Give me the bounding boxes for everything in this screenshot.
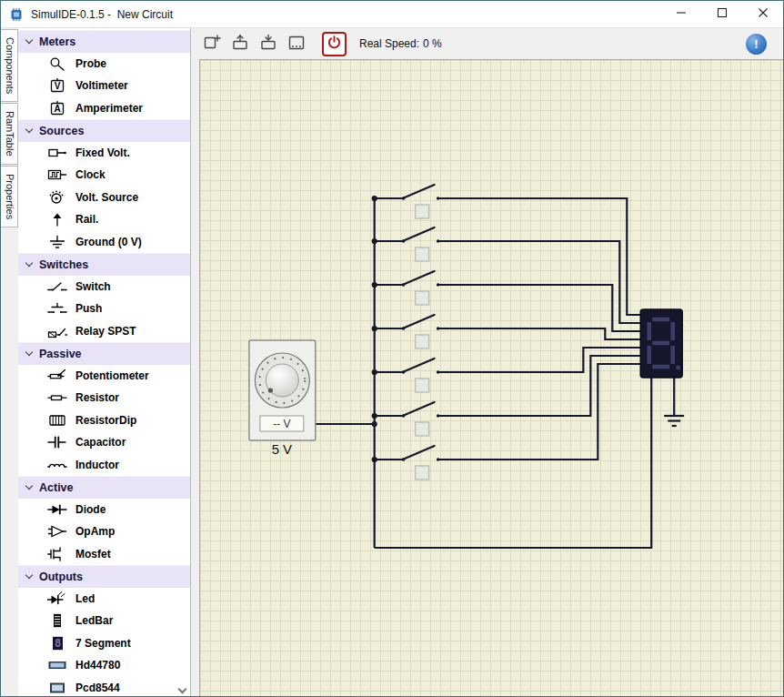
component-label: Mosfet bbox=[75, 548, 111, 561]
component-label: Ground (0 V) bbox=[75, 236, 142, 248]
component-item-potentiometer[interactable]: Potentiometer bbox=[18, 365, 190, 388]
svg-text:A: A bbox=[54, 104, 60, 114]
component-item-push[interactable]: Push bbox=[18, 298, 190, 320]
pcd8544-icon bbox=[47, 681, 67, 695]
component-item-amperimeter[interactable]: AAmperimeter bbox=[18, 97, 190, 120]
component-label: Switch bbox=[75, 280, 111, 293]
component-label: Voltimeter bbox=[75, 79, 128, 92]
rail-icon bbox=[47, 212, 67, 227]
component-label: Amperimeter bbox=[75, 102, 143, 115]
mosfet-icon bbox=[47, 547, 67, 561]
section-label: Sources bbox=[39, 125, 84, 137]
section-header-passive[interactable]: Passive bbox=[18, 342, 190, 365]
component-label: Pcd8544 bbox=[75, 682, 120, 694]
switch-5[interactable] bbox=[375, 348, 641, 392]
component-item-7-segment[interactable]: 87 Segment bbox=[18, 632, 190, 655]
segment-dot bbox=[676, 366, 680, 370]
open-circuit-button[interactable] bbox=[228, 32, 252, 56]
save-image-button[interactable] bbox=[285, 32, 308, 56]
component-item-led[interactable]: Led bbox=[18, 588, 190, 611]
window-title: SimulIDE-0.1.5 - New Circuit bbox=[31, 8, 173, 21]
component-item-opamp[interactable]: OpAmp bbox=[18, 520, 190, 543]
switch-2[interactable] bbox=[375, 227, 641, 323]
relay-spst-icon bbox=[47, 324, 67, 338]
component-label: Led bbox=[75, 592, 95, 605]
component-item-fixed-volt[interactable]: Fixed Volt. bbox=[18, 142, 190, 165]
potentiometer-icon bbox=[47, 369, 67, 383]
component-item-voltimeter[interactable]: VVoltimeter bbox=[18, 75, 190, 97]
resistor-icon bbox=[47, 390, 67, 405]
component-label: Hd44780 bbox=[75, 659, 120, 672]
voltage-source-label: 5 V bbox=[272, 441, 292, 457]
switch-toggle[interactable] bbox=[416, 379, 429, 392]
real-speed-label: Real Speed: bbox=[359, 37, 419, 50]
close-button[interactable] bbox=[742, 1, 783, 27]
maximize-button[interactable] bbox=[701, 1, 742, 27]
save-circuit-icon bbox=[259, 34, 277, 55]
switch-4[interactable] bbox=[375, 315, 641, 348]
tab-properties[interactable]: Properties bbox=[1, 166, 18, 227]
component-item-mosfet[interactable]: Mosfet bbox=[18, 543, 190, 566]
minimize-icon bbox=[676, 7, 687, 21]
component-item-clock[interactable]: Clock bbox=[18, 164, 190, 187]
component-label: Clock bbox=[75, 168, 106, 181]
switch-1[interactable] bbox=[375, 185, 641, 315]
component-item-resistordip[interactable]: ResistorDip bbox=[18, 409, 190, 432]
switch-7[interactable] bbox=[375, 364, 641, 480]
switch-toggle[interactable] bbox=[416, 466, 429, 480]
switch-icon bbox=[47, 279, 67, 294]
component-item-diode[interactable]: Diode bbox=[18, 499, 190, 521]
component-item-resistor[interactable]: Resistor bbox=[18, 387, 190, 409]
section-label: Active bbox=[39, 481, 74, 494]
component-item-inductor[interactable]: Inductor bbox=[18, 454, 190, 477]
section-header-active[interactable]: Active bbox=[18, 476, 190, 499]
switch-toggle[interactable] bbox=[416, 422, 429, 436]
ground-symbol[interactable] bbox=[664, 416, 684, 426]
save-circuit-button[interactable] bbox=[256, 32, 280, 56]
side-tab-strip: ComponentsRamTableProperties bbox=[1, 28, 18, 696]
component-label: Potentiometer bbox=[75, 369, 149, 382]
component-item-hd44780[interactable]: Hd44780 bbox=[18, 654, 190, 677]
switch-toggle[interactable] bbox=[416, 247, 429, 261]
minimize-button[interactable] bbox=[660, 1, 701, 27]
component-item-relay-spst[interactable]: Relay SPST bbox=[18, 320, 190, 343]
power-button[interactable] bbox=[322, 32, 347, 56]
component-item-volt-source[interactable]: Volt. Source bbox=[18, 187, 190, 209]
chevron-down-icon bbox=[25, 482, 33, 490]
component-item-switch[interactable]: Switch bbox=[18, 276, 190, 298]
component-label: Volt. Source bbox=[75, 191, 138, 204]
seven-segment-display[interactable] bbox=[640, 309, 682, 378]
voltage-source[interactable]: -- V 5 V bbox=[249, 340, 316, 457]
switch-toggle[interactable] bbox=[416, 291, 429, 305]
section-header-outputs[interactable]: Outputs bbox=[18, 565, 190, 588]
svg-text:V: V bbox=[55, 81, 61, 91]
component-sidebar: MetersProbeVVoltimeterAAmperimeterSource… bbox=[18, 28, 191, 696]
new-circuit-button[interactable] bbox=[200, 32, 224, 56]
real-speed-readout: Real Speed: 0 % bbox=[359, 37, 442, 50]
wire-common bbox=[375, 378, 652, 548]
component-item-pcd8544[interactable]: Pcd8544 bbox=[18, 677, 190, 697]
section-header-sources[interactable]: Sources bbox=[18, 119, 190, 142]
tab-ramtable[interactable]: RamTable bbox=[1, 103, 18, 165]
circuit-canvas[interactable]: -- V 5 V bbox=[199, 59, 783, 696]
switch-3[interactable] bbox=[375, 271, 641, 331]
component-label: OpAmp bbox=[75, 525, 115, 538]
ground-icon bbox=[47, 235, 67, 249]
power-icon bbox=[327, 35, 342, 53]
section-header-switches[interactable]: Switches bbox=[18, 253, 190, 276]
component-item-probe[interactable]: Probe bbox=[18, 53, 190, 76]
knob-indicator bbox=[268, 388, 273, 392]
component-item-ledbar[interactable]: LedBar bbox=[18, 610, 190, 632]
component-item-ground-0-v[interactable]: Ground (0 V) bbox=[18, 231, 190, 254]
component-label: Probe bbox=[75, 57, 106, 70]
section-header-meters[interactable]: Meters bbox=[18, 30, 190, 53]
switch-toggle[interactable] bbox=[416, 205, 429, 218]
tab-components[interactable]: Components bbox=[1, 29, 18, 102]
file-buttons bbox=[200, 32, 308, 56]
canvas-area: -- V 5 V bbox=[191, 59, 783, 696]
info-button[interactable]: ! bbox=[746, 34, 767, 55]
switch-toggle[interactable] bbox=[416, 335, 429, 348]
component-label: LedBar bbox=[75, 614, 113, 627]
component-item-rail[interactable]: Rail. bbox=[18, 208, 190, 231]
component-item-capacitor[interactable]: Capacitor bbox=[18, 431, 190, 454]
